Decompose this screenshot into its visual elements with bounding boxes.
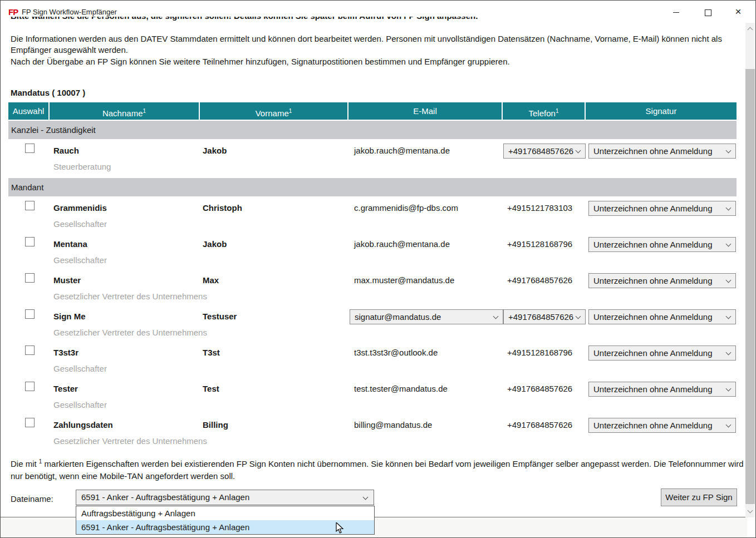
- intro-paragraph-2: Nach der Übergabe an FP Sign können Sie …: [11, 56, 741, 67]
- scrollbar-thumb[interactable]: [745, 69, 755, 504]
- chevron-down-icon: [363, 495, 369, 500]
- table-row: Zahlungsdaten Billing billing@mandatus.d…: [8, 413, 737, 450]
- table-row: T3st3r T3st t3st.t3st3r@outlook.de +4915…: [8, 341, 737, 377]
- vorname-value: Jakob: [203, 239, 227, 249]
- signatur-select[interactable]: Unterzeichnen ohne Anmeldung: [588, 345, 736, 361]
- vorname-value: Jakob: [203, 146, 227, 155]
- row-checkbox[interactable]: [25, 345, 35, 355]
- dateiname-select[interactable]: 6591 - Anker - Auftragsbestätigung + Anl…: [76, 490, 374, 505]
- chevron-down-icon: [576, 314, 581, 319]
- telefon-value: +4917684857626: [507, 384, 572, 393]
- chevron-down-icon: [726, 205, 732, 211]
- header-vorname: Vorname1: [200, 102, 348, 120]
- email-value: jakob.rauch@mentana.de: [354, 146, 450, 155]
- telefon-value: +4917684857626: [507, 420, 572, 430]
- row-checkbox[interactable]: [25, 309, 35, 319]
- mandate-heading: Mandatus ( 10007 ): [11, 88, 85, 97]
- role-label: Gesetzlicher Vertreter des Unternehmens: [53, 328, 207, 337]
- telefon-select[interactable]: +4917684857626: [503, 309, 586, 324]
- weiter-zu-fp-sign-button[interactable]: Weiter zu FP Sign: [661, 488, 737, 506]
- nachname-value: Sign Me: [53, 312, 86, 321]
- telefon-value: +4915121783103: [507, 203, 572, 213]
- vertical-scrollbar[interactable]: [745, 23, 755, 517]
- row-checkbox[interactable]: [25, 273, 35, 283]
- signatur-select[interactable]: Unterzeichnen ohne Anmeldung: [588, 237, 736, 252]
- maximize-icon: [705, 9, 711, 16]
- signatur-select[interactable]: Unterzeichnen ohne Anmeldung: [588, 273, 736, 288]
- row-checkbox[interactable]: [25, 382, 35, 391]
- dateiname-label: Dateiname:: [11, 494, 53, 504]
- group-row-kanzlei: Kanzlei - Zuständigkeit: [8, 121, 737, 139]
- role-label: Gesetzlicher Vertreter des Unternehmens: [53, 436, 207, 446]
- chevron-down-icon: [726, 278, 732, 283]
- chevron-down-icon: [726, 386, 732, 392]
- vorname-value: Testuser: [203, 312, 237, 321]
- header-email: E-Mail: [348, 102, 503, 120]
- email-value: test.tester@mandatus.de: [354, 384, 448, 393]
- signatur-select[interactable]: Unterzeichnen ohne Anmeldung: [588, 309, 736, 324]
- vorname-value: T3st: [203, 348, 220, 357]
- vorname-value: Billing: [203, 420, 228, 430]
- table-row: Tester Test test.tester@mandatus.de +491…: [8, 377, 737, 413]
- signatur-select[interactable]: Unterzeichnen ohne Anmeldung: [588, 418, 736, 433]
- nachname-value: Rauch: [53, 146, 79, 155]
- telefon-value: +4915128168796: [507, 348, 572, 357]
- table-row: Mentana Jakob jakob.rauch@mentana.de +49…: [8, 233, 737, 269]
- nachname-value: Tester: [53, 384, 78, 393]
- chevron-down-icon: [726, 422, 732, 428]
- group-row-mandant: Mandant: [8, 178, 737, 196]
- role-label: Gesellschafter: [53, 219, 107, 229]
- email-value: c.grammenidis@fp-dbs.com: [354, 203, 458, 213]
- email-value: billing@mandatus.de: [354, 420, 432, 430]
- row-checkbox[interactable]: [25, 418, 35, 427]
- fp-logo-icon: FP: [8, 7, 18, 17]
- row-checkbox[interactable]: [25, 201, 35, 210]
- cursor-icon: [336, 522, 345, 535]
- nachname-value: Muster: [53, 275, 81, 285]
- scroll-down-icon[interactable]: [745, 507, 755, 516]
- signatur-select[interactable]: Unterzeichnen ohne Anmeldung: [588, 382, 736, 397]
- nachname-value: Grammenidis: [53, 203, 107, 213]
- nachname-value: Mentana: [53, 239, 87, 249]
- chevron-down-icon: [576, 148, 581, 154]
- table-header-row: Auswahl Nachname1 Vorname1 E-Mail Telefo…: [8, 102, 737, 120]
- signatur-select[interactable]: Unterzeichnen ohne Anmeldung: [588, 144, 736, 159]
- chevron-down-icon: [726, 148, 732, 154]
- email-value: t3st.t3st3r@outlook.de: [354, 348, 438, 357]
- vorname-value: Test: [203, 384, 219, 393]
- minimize-icon: [673, 12, 679, 13]
- header-telefon: Telefon1: [503, 102, 586, 120]
- fp-sign-dialog: FP FP Sign Workflow-Empfänger × Bitte wä…: [0, 0, 756, 538]
- table-row: Grammenidis Christoph c.grammenidis@fp-d…: [8, 196, 737, 233]
- intro-paragraph-1: Die Informationen werden aus den DATEV S…: [11, 33, 741, 56]
- email-select[interactable]: signatur@mandatus.de: [350, 309, 503, 324]
- scroll-up-icon[interactable]: [745, 24, 755, 33]
- header-signatur: Signatur: [586, 102, 737, 120]
- nachname-value: T3st3r: [53, 348, 78, 357]
- email-value: jakob.rauch@mentana.de: [354, 239, 450, 249]
- table-row: Sign Me Testuser signatur@mandatus.de +4…: [8, 305, 737, 341]
- footnote: Die mit 1 markierten Eigenschaften werde…: [11, 456, 744, 482]
- signatur-select[interactable]: Unterzeichnen ohne Anmeldung: [588, 201, 736, 216]
- table-row: Muster Max max.muster@mandatus.de +49176…: [8, 269, 737, 305]
- window-title: FP Sign Workflow-Empfänger: [22, 8, 117, 16]
- role-label: Steuerberatung: [53, 162, 111, 171]
- chevron-down-icon: [726, 241, 732, 247]
- vorname-value: Christoph: [203, 203, 242, 213]
- role-label: Gesellschafter: [53, 364, 107, 373]
- dropdown-option-selected[interactable]: 6591 - Anker - Auftragsbestätigung + Anl…: [76, 520, 374, 534]
- dropdown-option[interactable]: Auftragsbestätigung + Anlagen: [76, 506, 374, 520]
- telefon-value: +4917684857626: [507, 275, 572, 285]
- telefon-value: +4915128168796: [507, 239, 572, 249]
- chevron-down-icon: [493, 314, 499, 319]
- row-checkbox[interactable]: [25, 237, 35, 246]
- vorname-value: Max: [203, 275, 219, 285]
- recipient-table: Auswahl Nachname1 Vorname1 E-Mail Telefo…: [8, 102, 737, 450]
- email-value: max.muster@mandatus.de: [354, 275, 454, 285]
- chevron-down-icon: [726, 350, 732, 356]
- table-row: Rauch Jakob jakob.rauch@mentana.de +4917…: [8, 139, 737, 177]
- role-label: Gesellschafter: [53, 400, 107, 409]
- nachname-value: Zahlungsdaten: [53, 420, 113, 430]
- telefon-select[interactable]: +4917684857626: [503, 144, 586, 159]
- row-checkbox[interactable]: [25, 144, 35, 153]
